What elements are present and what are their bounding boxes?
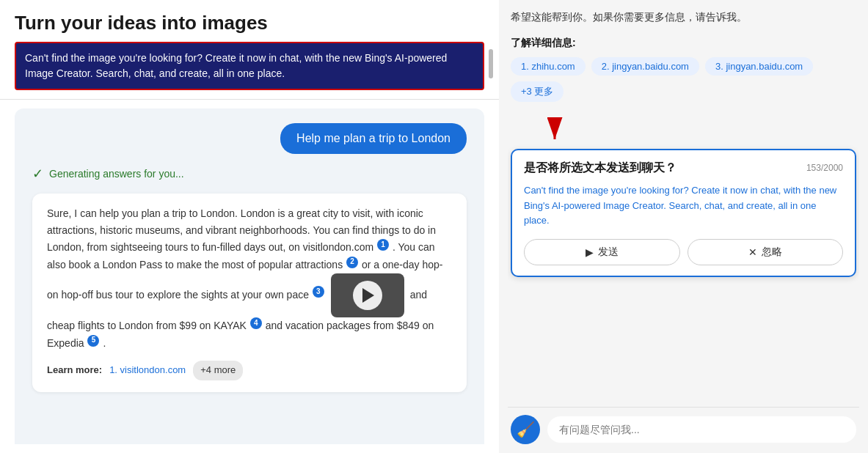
scrollbar-thumb (489, 49, 493, 78)
arrow-row (511, 114, 856, 143)
ref-1: 1 (377, 239, 389, 251)
red-arrow-svg (547, 114, 591, 143)
status-row: ✓ Generating answers for you... (32, 166, 467, 182)
bottom-input-row: 🧹 (508, 407, 859, 453)
user-bubble-row: Help me plan a trip to London (32, 123, 467, 154)
right-scroll-area: 希望这能帮到你。如果你需要更多信息，请告诉我。 了解详细信息: 1. zhihu… (508, 0, 859, 407)
chinese-text-block: 希望这能帮到你。如果你需要更多信息，请告诉我。 (511, 9, 856, 26)
learn-more-row: Learn more: 1. visitlondon.com +4 more (47, 361, 452, 380)
popup-buttons: ▶ 发送 ✕ 忽略 (524, 239, 843, 265)
ai-response-card: Sure, I can help you plan a trip to Lond… (32, 194, 467, 392)
broom-icon: 🧹 (517, 421, 535, 438)
left-chat-wrapper: Help me plan a trip to London ✓ Generati… (0, 100, 499, 453)
popup-card: 是否将所选文本发送到聊天？ 153/2000 Can't find the im… (511, 149, 856, 277)
send-button[interactable]: ▶ 发送 (524, 239, 680, 265)
user-bubble: Help me plan a trip to London (280, 123, 467, 154)
check-icon: ✓ (32, 166, 43, 182)
more-badge[interactable]: +4 more (193, 361, 243, 380)
char-count: 153/2000 (806, 163, 843, 173)
ignore-button[interactable]: ✕ 忽略 (688, 239, 844, 265)
ref-3: 3 (313, 286, 324, 298)
section-heading: 了解详细信息: (511, 37, 856, 50)
response-end: . (103, 337, 106, 349)
learn-more-label: Learn more: (47, 363, 102, 378)
ref-4: 4 (250, 317, 262, 329)
ai-response-text: Sure, I can help you plan a trip to Lond… (47, 205, 452, 352)
send-icon: ▶ (586, 246, 594, 258)
popup-card-title: 是否将所选文本发送到聊天？ (524, 161, 676, 176)
link-chip-3[interactable]: 3. jingyan.baidu.com (705, 57, 813, 76)
ignore-icon: ✕ (748, 246, 757, 258)
link-chip-more[interactable]: +3 更多 (511, 81, 564, 102)
avatar-button[interactable]: 🧹 (511, 415, 540, 444)
play-button[interactable] (353, 281, 382, 310)
chat-area: Help me plan a trip to London ✓ Generati… (15, 108, 484, 444)
links-grid: 1. zhihu.com 2. jingyan.baidu.com 3. jin… (511, 57, 856, 102)
left-panel: Turn your ideas into images Can't find t… (0, 0, 499, 453)
popup-card-content: Can't find the image you're looking for?… (524, 183, 843, 229)
link-chip-1[interactable]: 1. zhihu.com (511, 57, 586, 76)
banner-box[interactable]: Can't find the image you're looking for?… (15, 42, 484, 90)
popup-container: 是否将所选文本发送到聊天？ 153/2000 Can't find the im… (511, 114, 856, 277)
chat-input[interactable] (547, 416, 856, 443)
play-triangle-icon (362, 288, 374, 303)
popup-card-header: 是否将所选文本发送到聊天？ 153/2000 (524, 161, 843, 176)
ref-5: 5 (87, 335, 99, 347)
left-top-section: Turn your ideas into images Can't find t… (0, 0, 499, 100)
video-overlay[interactable] (331, 273, 404, 317)
status-text: Generating answers for you... (49, 168, 184, 180)
right-panel: 希望这能帮到你。如果你需要更多信息，请告诉我。 了解详细信息: 1. zhihu… (499, 0, 868, 453)
ignore-label: 忽略 (762, 246, 782, 259)
page-title: Turn your ideas into images (15, 12, 484, 34)
link-chip-2[interactable]: 2. jingyan.baidu.com (591, 57, 699, 76)
ref-2: 2 (346, 257, 358, 268)
send-label: 发送 (598, 246, 619, 259)
learn-more-link[interactable]: 1. visitlondon.com (109, 363, 186, 378)
